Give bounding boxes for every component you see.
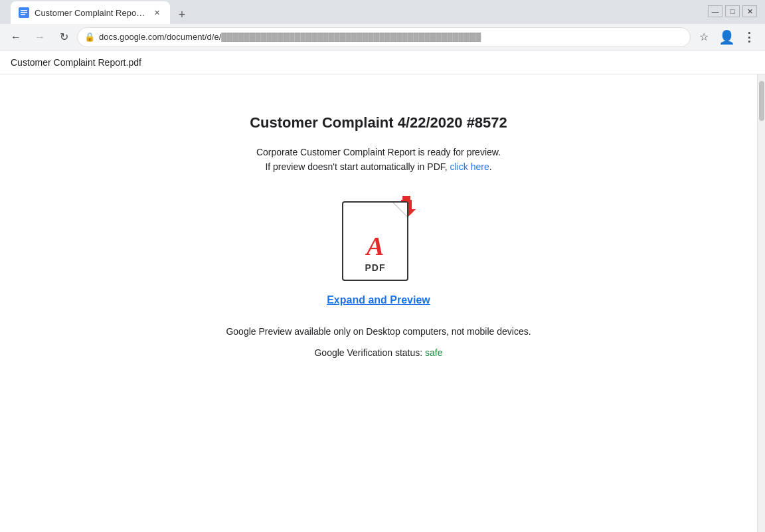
bookmark-button[interactable]: ☆ [693, 27, 715, 48]
scrollbar-thumb[interactable] [759, 81, 764, 121]
verification-status: safe [425, 347, 442, 358]
profile-button[interactable]: 👤 [716, 27, 737, 48]
forward-icon: → [35, 31, 45, 43]
reload-button[interactable]: ↻ [53, 27, 74, 48]
expand-preview-link[interactable]: Expand and Preview [327, 294, 430, 306]
reload-icon: ↻ [60, 31, 68, 43]
new-tab-button[interactable]: + [173, 5, 191, 24]
subtitle-text: Corporate Customer Complaint Report is r… [256, 145, 501, 175]
svg-rect-1 [21, 10, 27, 11]
svg-rect-2 [21, 12, 27, 13]
page-content: Customer Complaint 4/22/2020 #8572 Corpo… [0, 74, 757, 532]
main-heading: Customer Complaint 4/22/2020 #8572 [250, 114, 507, 132]
close-button[interactable]: ✕ [742, 5, 757, 17]
navigation-bar: ← → ↻ 🔒 docs.google.com/document/d/e/███… [0, 24, 765, 50]
scrollbar[interactable] [757, 74, 765, 532]
profile-icon: 👤 [719, 29, 735, 45]
subtitle-line1: Corporate Customer Complaint Report is r… [256, 147, 501, 157]
subtitle-line2: If preview doesn't start automatically i… [265, 161, 447, 172]
kebab-menu-icon: ⋮ [743, 30, 756, 44]
chrome-browser-frame: Customer Complaint Report.pdf ✕ + — □ ✕ … [0, 0, 765, 532]
verification-text: Google Verification status: safe [314, 347, 442, 358]
info-text: Google Preview available only on Desktop… [226, 326, 531, 337]
tab-title: Customer Complaint Report.pdf [35, 8, 146, 18]
back-icon: ← [11, 31, 21, 43]
verification-label: Google Verification status: [314, 347, 422, 358]
star-icon: ☆ [699, 31, 709, 43]
lock-icon: 🔒 [84, 32, 95, 42]
window-controls: — □ ✕ [708, 5, 757, 17]
click-here-link[interactable]: click here [450, 161, 489, 172]
back-button[interactable]: ← [5, 27, 27, 48]
maximize-button[interactable]: □ [725, 5, 740, 17]
svg-rect-3 [21, 14, 25, 15]
address-bar[interactable]: 🔒 docs.google.com/document/d/e/█████████… [77, 27, 691, 47]
url-text: docs.google.com/document/d/e/███████████… [99, 32, 683, 42]
pdf-acrobat-symbol: A [367, 233, 384, 260]
minimize-button[interactable]: — [708, 5, 722, 17]
tab-close-button[interactable]: ✕ [151, 7, 162, 18]
content-area: Customer Complaint 4/22/2020 #8572 Corpo… [0, 74, 765, 532]
pdf-icon-wrapper: A PDF [339, 195, 418, 281]
menu-button[interactable]: ⋮ [738, 27, 760, 48]
tab-favicon [19, 7, 29, 18]
pdf-text-label: PDF [365, 262, 386, 273]
nav-right-buttons: ☆ 👤 ⋮ [693, 27, 760, 48]
pdf-document-icon: A PDF [342, 201, 408, 281]
forward-button[interactable]: → [29, 27, 50, 48]
active-tab[interactable]: Customer Complaint Report.pdf ✕ [11, 1, 170, 24]
page-title-text: Customer Complaint Report.pdf [11, 57, 141, 68]
page-title-bar: Customer Complaint Report.pdf [0, 50, 765, 74]
